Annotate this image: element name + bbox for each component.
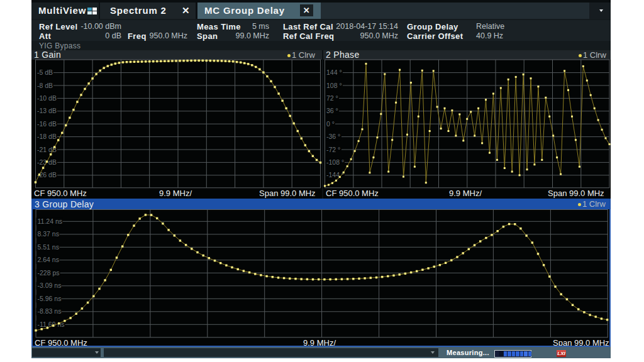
svg-text:36 °: 36 °	[326, 107, 338, 114]
svg-text:-18 dB: -18 dB	[37, 133, 57, 140]
svg-text:-10 dB: -10 dB	[37, 94, 57, 102]
svg-text:0 °: 0 °	[326, 120, 335, 128]
svg-text:-5 dB: -5 dB	[37, 69, 53, 76]
svg-text:5.51 ns: 5.51 ns	[38, 243, 59, 251]
svg-text:144 °: 144 °	[326, 69, 342, 76]
svg-text:-72 °: -72 °	[326, 146, 340, 153]
svg-text:-228 ps: -228 ps	[38, 269, 60, 277]
svg-text:11.24 ns: 11.24 ns	[38, 217, 63, 225]
svg-text:72 °: 72 °	[326, 94, 338, 102]
svg-text:108 °: 108 °	[326, 82, 342, 89]
svg-text:8.37 ns: 8.37 ns	[38, 230, 59, 238]
svg-text:-11.69 ns: -11.69 ns	[38, 321, 65, 328]
svg-text:-16 dB: -16 dB	[37, 120, 57, 128]
svg-text:-13 dB: -13 dB	[37, 107, 57, 114]
svg-text:-8.83 ns: -8.83 ns	[38, 307, 62, 315]
svg-text:-8 dB: -8 dB	[37, 82, 53, 89]
svg-text:-3.09 ns: -3.09 ns	[38, 282, 62, 289]
svg-text:-5.96 ns: -5.96 ns	[38, 295, 62, 302]
svg-text:-36 °: -36 °	[326, 133, 340, 140]
svg-text:2.64 ns: 2.64 ns	[38, 256, 59, 263]
svg-text:-108 °: -108 °	[326, 158, 344, 166]
